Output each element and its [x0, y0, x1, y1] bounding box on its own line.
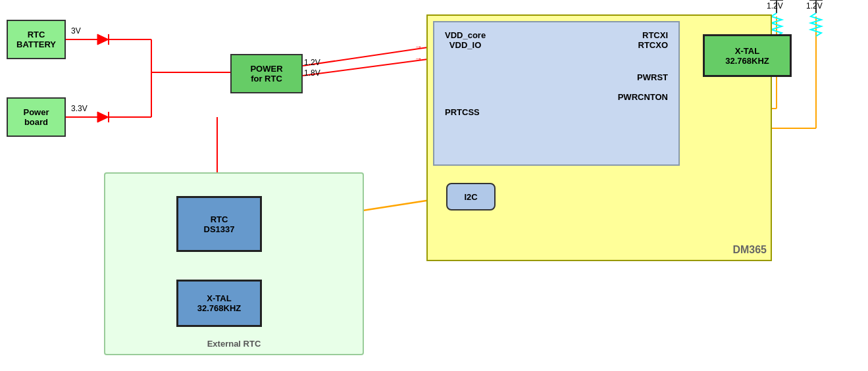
label-33v: 3.3V	[71, 104, 88, 113]
arrow-12v: →	[415, 42, 422, 51]
arrow-18v: →	[415, 54, 422, 63]
rtc-ds1337-block: RTCDS1337	[176, 196, 262, 252]
xtal-ext-block: X-TAL32.768KHZ	[176, 280, 262, 327]
label-3v: 3V	[71, 26, 81, 36]
label-18v: 1.8V	[304, 68, 320, 78]
i2c-block: I2C	[446, 183, 496, 210]
svg-line-12	[303, 47, 428, 66]
dm365-inner-block: VDD_coreVDD_IO RTCXIRTCXO PWRSTPWRCNTON …	[433, 21, 680, 166]
label-12v: 1.2V	[304, 58, 320, 67]
xtal-main-block: X-TAL32.768KHZ	[703, 34, 792, 77]
power-board-block: Powerboard	[7, 97, 66, 137]
rtc-battery-block: RTC BATTERY	[7, 20, 66, 59]
label-12v-r2: 1.2V	[806, 1, 823, 11]
svg-marker-1	[97, 34, 109, 45]
power-for-rtc-block: POWERfor RTC	[230, 54, 303, 93]
diagram: RTC BATTERY Powerboard POWERfor RTC DM36…	[0, 0, 868, 371]
svg-line-14	[303, 59, 428, 76]
label-12v-r1: 1.2V	[767, 1, 783, 11]
svg-marker-8	[97, 112, 109, 122]
